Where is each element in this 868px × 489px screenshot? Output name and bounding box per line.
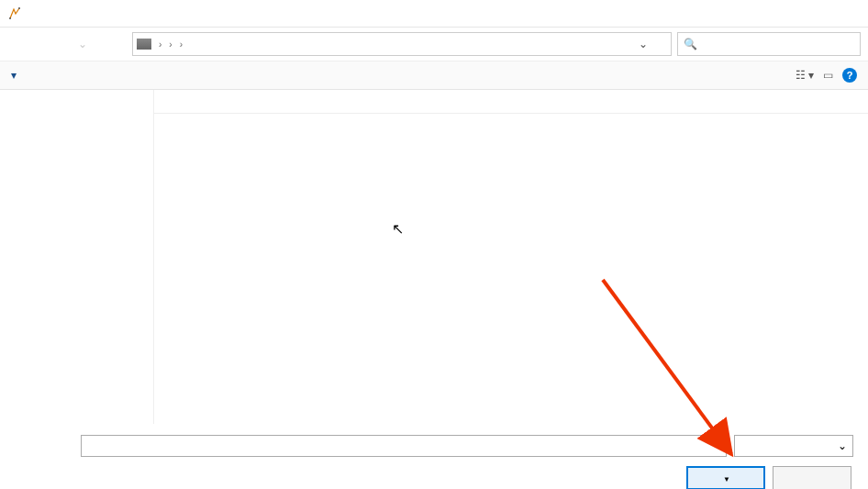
svg-point-1 xyxy=(18,7,20,9)
drive-icon xyxy=(137,39,151,50)
svg-point-0 xyxy=(9,17,11,19)
chevron-right-icon: › xyxy=(169,39,172,50)
file-type-filter[interactable]: ⌄ xyxy=(734,435,853,457)
help-button[interactable]: ? xyxy=(842,68,857,83)
chevron-right-icon: › xyxy=(159,39,161,50)
navbar: ⌄ › › › ⌄ 🔍 xyxy=(0,28,868,61)
organize-button[interactable]: ▾ xyxy=(11,69,17,82)
file-pane xyxy=(154,90,868,424)
forward-button[interactable] xyxy=(39,33,64,55)
titlebar xyxy=(0,0,868,28)
toolbar: ▾ ☷ ▾ ▭ ? xyxy=(0,61,868,90)
search-input[interactable]: 🔍 xyxy=(677,32,861,56)
main xyxy=(0,90,868,424)
bottom-bar: ⌄ ▼ xyxy=(0,424,868,489)
chevron-right-icon: › xyxy=(180,39,183,50)
sidebar xyxy=(0,90,154,424)
chevron-down-icon: ⌄ xyxy=(838,439,847,452)
file-list xyxy=(154,114,868,424)
app-icon xyxy=(7,6,22,21)
breadcrumb-dropdown-icon[interactable]: ⌄ xyxy=(636,38,651,50)
recent-dropdown-icon[interactable]: ⌄ xyxy=(70,33,95,55)
cancel-button[interactable] xyxy=(773,466,851,489)
view-mode-button[interactable]: ☷ ▾ xyxy=(796,69,814,82)
breadcrumb[interactable]: › › › ⌄ xyxy=(132,32,672,56)
column-headers xyxy=(154,90,868,114)
filename-input[interactable] xyxy=(81,435,727,457)
preview-pane-button[interactable]: ▭ xyxy=(823,69,833,82)
back-button[interactable] xyxy=(7,33,33,55)
up-button[interactable] xyxy=(101,33,127,55)
search-icon: 🔍 xyxy=(684,38,697,50)
open-button[interactable]: ▼ xyxy=(686,466,765,489)
